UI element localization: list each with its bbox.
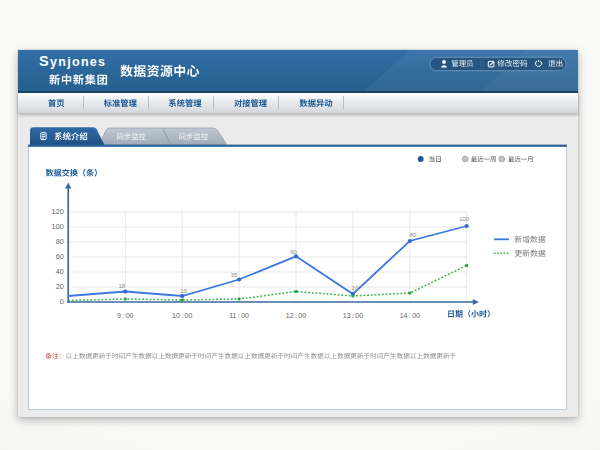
svg-text:100: 100 [459,216,470,222]
svg-text:10 : 00: 10 : 00 [172,312,192,319]
svg-text:13 : 00: 13 : 00 [343,312,363,319]
svg-text:12 : 00: 12 : 00 [286,312,306,319]
svg-text:14 : 00: 14 : 00 [400,312,420,319]
svg-text:10: 10 [180,288,187,294]
svg-text:20: 20 [56,282,64,291]
svg-text:80: 80 [56,237,64,246]
svg-text:18: 18 [118,283,125,289]
svg-text:11 : 00: 11 : 00 [229,312,249,319]
svg-text:60: 60 [56,252,64,261]
svg-text:0: 0 [60,297,64,306]
svg-text:80: 80 [409,232,416,238]
svg-text:35: 35 [231,272,238,278]
svg-text:120: 120 [52,207,64,216]
svg-text:60: 60 [290,249,297,255]
svg-text:100: 100 [52,222,64,231]
svg-text:9 : 00: 9 : 00 [117,312,134,319]
svg-text:10: 10 [352,285,359,291]
svg-text:40: 40 [56,267,64,276]
